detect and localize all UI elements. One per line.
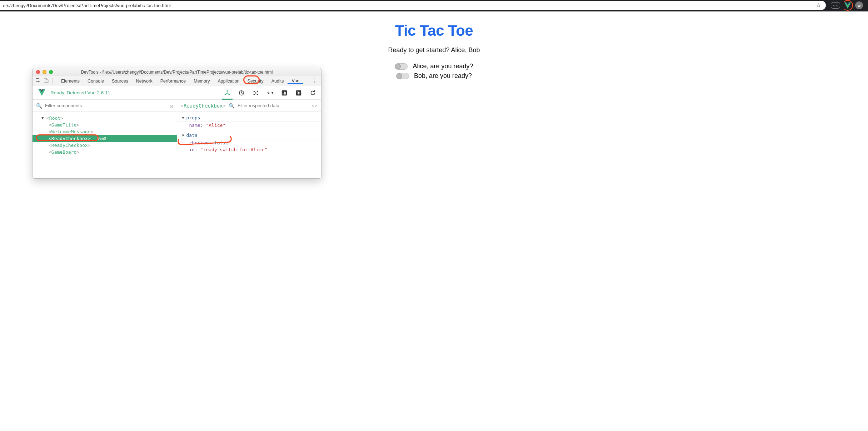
routing-tab-icon[interactable]: ▾ [267, 90, 273, 96]
address-bar[interactable]: ers/zhengyi/Documents/Dev/Projects/PartT… [0, 1, 826, 10]
ready-row-bob: Bob, are you ready? [396, 72, 472, 80]
data-id[interactable]: id: "ready-switch-for-Alice" [177, 146, 321, 153]
url-text: ers/zhengyi/Documents/Dev/Projects/PartT… [3, 3, 816, 8]
devtools-titlebar[interactable]: DevTools - file:///Users/zhengyi/Documen… [33, 68, 321, 76]
alice-label: Alice, are you ready? [413, 63, 473, 70]
inspector-filter-input[interactable] [238, 103, 309, 108]
star-icon[interactable]: ☆ [816, 2, 821, 9]
alice-toggle[interactable] [395, 63, 408, 70]
bob-toggle[interactable] [396, 73, 409, 79]
svg-point-11 [255, 92, 256, 94]
svg-rect-13 [283, 93, 284, 95]
tree-readycheckbox-2[interactable]: <ReadyCheckbox> [33, 142, 177, 149]
vue-body: 🔍 ◎ ▼<Root> <GameTitle> <WelcomeMessage>… [33, 100, 321, 178]
device-toggle-icon[interactable] [44, 78, 49, 84]
bob-label: Bob, are you ready? [414, 72, 472, 80]
tree-gameboard[interactable]: <GameBoard> [33, 149, 177, 155]
inspector-content: ▼props name: "Alice" ▼data checked: fals… [177, 112, 321, 155]
tab-audits[interactable]: Audits [268, 79, 288, 84]
vuex-tab-icon[interactable] [238, 90, 245, 96]
tab-sources[interactable]: Sources [108, 79, 132, 84]
svg-point-7 [254, 90, 255, 92]
tab-security[interactable]: Security [244, 79, 268, 84]
tab-elements[interactable]: Elements [57, 79, 84, 84]
component-filter-row: 🔍 ◎ [33, 100, 177, 112]
inspect-element-icon[interactable] [35, 78, 41, 84]
open-in-editor-icon[interactable]: <> [312, 103, 318, 108]
tree-gametitle[interactable]: <GameTitle> [33, 122, 177, 128]
performance-tab-icon[interactable] [281, 90, 288, 96]
tab-vue[interactable]: Vue [288, 78, 303, 84]
vue-toolbar: Ready. Detected Vue 2.6.11. ▾ [33, 86, 321, 100]
svg-rect-14 [284, 91, 285, 94]
props-section-header[interactable]: ▼props [177, 114, 321, 122]
inspector-header-row: <ReadyCheckbox> 🔍 <> [177, 100, 321, 112]
components-tab-icon[interactable] [224, 90, 230, 96]
events-tab-icon[interactable] [253, 90, 259, 96]
svg-point-3 [226, 90, 228, 91]
component-tree-pane: 🔍 ◎ ▼<Root> <GameTitle> <WelcomeMessage>… [33, 100, 177, 178]
svg-rect-15 [285, 92, 286, 94]
tree-readycheckbox-selected[interactable]: <ReadyCheckbox> = $vm0 [33, 135, 177, 142]
tree-welcomemessage[interactable]: <WelcomeMessage> [33, 128, 177, 135]
extension-2-icon[interactable]: w [855, 1, 863, 9]
devtools-tabs: Elements Console Sources Network Perform… [33, 76, 321, 86]
page-subtitle: Ready to get started? Alice, Bob [388, 46, 480, 54]
inspector-crumb: <ReadyCheckbox> [181, 103, 226, 109]
inspector-pane: <ReadyCheckbox> 🔍 <> ▼props name: "Alice… [177, 100, 321, 178]
tab-memory[interactable]: Memory [190, 79, 214, 84]
extension-1-icon[interactable] [831, 2, 840, 9]
ready-row-alice: Alice, are you ready? [395, 63, 473, 70]
select-target-icon[interactable]: ◎ [170, 103, 173, 109]
devtools-window: DevTools - file:///Users/zhengyi/Documen… [32, 68, 321, 179]
component-filter-input[interactable] [45, 103, 167, 108]
search-icon: 🔍 [229, 103, 235, 109]
search-icon: 🔍 [36, 103, 42, 109]
kebab-icon[interactable]: ⋮ [310, 78, 318, 84]
extension-icons: w [826, 1, 868, 9]
refresh-icon[interactable] [310, 90, 316, 96]
component-tree: ▼<Root> <GameTitle> <WelcomeMessage> <Re… [33, 112, 177, 158]
vue-logo-icon [38, 88, 46, 98]
tab-application[interactable]: Application [214, 79, 243, 84]
tab-console[interactable]: Console [84, 79, 108, 84]
page-title: Tic Tac Toe [395, 22, 473, 39]
svg-point-10 [257, 94, 258, 95]
browser-top-bar: ers/zhengyi/Documents/Dev/Projects/PartT… [0, 0, 868, 11]
svg-point-9 [254, 94, 255, 95]
prop-name[interactable]: name: "Alice" [177, 122, 321, 129]
svg-point-17 [298, 92, 299, 94]
tab-performance[interactable]: Performance [156, 79, 190, 84]
data-section-header[interactable]: ▼data [177, 132, 321, 139]
svg-rect-2 [46, 80, 48, 83]
devtools-title: DevTools - file:///Users/zhengyi/Documen… [33, 70, 321, 75]
settings-tab-icon[interactable] [295, 90, 302, 96]
tab-network[interactable]: Network [132, 79, 156, 84]
vue-ready-status: Ready. Detected Vue 2.6.11. [50, 90, 112, 95]
tree-root[interactable]: ▼<Root> [33, 115, 177, 122]
svg-point-8 [257, 90, 258, 92]
vue-extension-icon[interactable] [844, 1, 852, 9]
data-checked[interactable]: checked: false [177, 139, 321, 146]
